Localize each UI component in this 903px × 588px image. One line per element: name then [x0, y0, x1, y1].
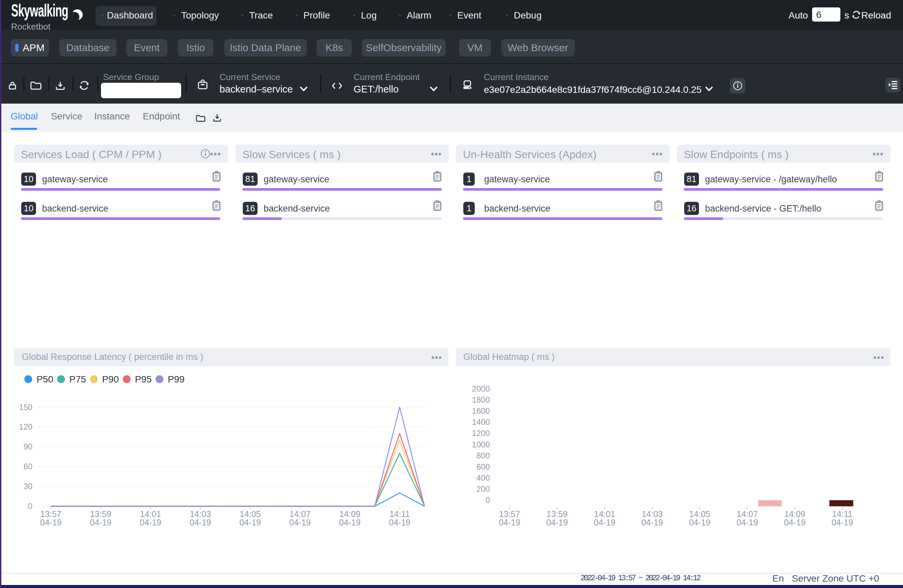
- svg-text:60: 60: [24, 462, 33, 471]
- svg-text:13:59: 13:59: [90, 509, 112, 519]
- svg-text:0: 0: [28, 502, 32, 511]
- svg-text:14:05: 14:05: [689, 509, 710, 519]
- svg-text:14:05: 14:05: [240, 509, 261, 519]
- svg-text:04-19: 04-19: [389, 518, 411, 527]
- svg-text:2000: 2000: [472, 384, 490, 393]
- svg-text:600: 600: [477, 462, 490, 471]
- svg-text:14:01: 14:01: [140, 509, 161, 519]
- svg-text:30: 30: [24, 482, 33, 491]
- svg-text:04-19: 04-19: [40, 518, 61, 527]
- svg-text:04-19: 04-19: [289, 518, 311, 527]
- svg-text:04-19: 04-19: [90, 518, 112, 527]
- svg-text:14:07: 14:07: [737, 509, 758, 519]
- svg-text:150: 150: [19, 403, 32, 412]
- svg-text:04-19: 04-19: [140, 518, 161, 527]
- svg-text:P99: P99: [168, 374, 184, 384]
- svg-text:13:59: 13:59: [546, 509, 568, 519]
- svg-text:14:03: 14:03: [642, 509, 663, 519]
- svg-text:P90: P90: [102, 374, 119, 384]
- svg-text:0: 0: [486, 495, 490, 505]
- svg-text:P50: P50: [36, 374, 53, 384]
- svg-text:04-19: 04-19: [594, 518, 615, 527]
- svg-text:14:03: 14:03: [190, 509, 211, 519]
- svg-text:200: 200: [477, 485, 490, 494]
- svg-text:1200: 1200: [472, 428, 490, 437]
- svg-text:04-19: 04-19: [641, 518, 663, 527]
- svg-text:14:01: 14:01: [594, 509, 615, 519]
- svg-text:04-19: 04-19: [736, 518, 758, 527]
- svg-text:14:11: 14:11: [390, 509, 410, 519]
- svg-text:120: 120: [19, 422, 32, 431]
- svg-text:14:11: 14:11: [832, 509, 853, 519]
- svg-text:1400: 1400: [472, 417, 490, 426]
- svg-text:14:09: 14:09: [784, 509, 805, 519]
- svg-text:13:57: 13:57: [40, 509, 61, 519]
- svg-text:1800: 1800: [472, 395, 490, 405]
- svg-text:04-19: 04-19: [339, 518, 360, 527]
- svg-text:1000: 1000: [472, 440, 490, 449]
- svg-text:04-19: 04-19: [832, 518, 853, 527]
- svg-text:90: 90: [24, 442, 33, 451]
- svg-text:04-19: 04-19: [239, 518, 261, 527]
- svg-text:400: 400: [477, 473, 490, 482]
- svg-text:14:09: 14:09: [339, 509, 360, 519]
- svg-text:13:57: 13:57: [499, 509, 520, 519]
- svg-text:04-19: 04-19: [546, 518, 568, 527]
- svg-text:800: 800: [477, 451, 490, 460]
- svg-text:04-19: 04-19: [499, 518, 520, 527]
- svg-text:1600: 1600: [472, 406, 490, 416]
- svg-text:04-19: 04-19: [190, 518, 211, 527]
- svg-text:04-19: 04-19: [689, 518, 710, 527]
- svg-text:04-19: 04-19: [784, 518, 806, 527]
- svg-text:P75: P75: [69, 374, 86, 384]
- svg-text:P95: P95: [135, 374, 152, 384]
- svg-text:14:07: 14:07: [289, 509, 311, 519]
